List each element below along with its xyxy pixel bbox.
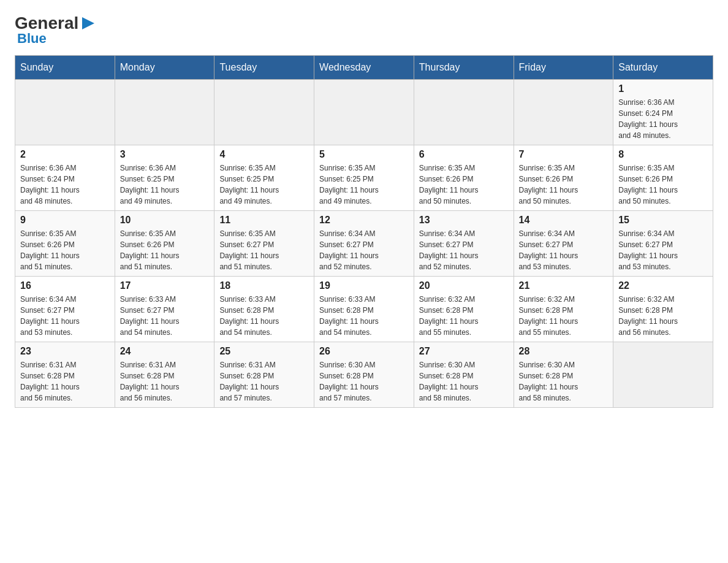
day-number: 6: [419, 149, 509, 160]
calendar-cell: 16Sunrise: 6:34 AMSunset: 6:27 PMDayligh…: [15, 277, 115, 342]
day-number: 9: [20, 215, 110, 226]
day-info: Sunrise: 6:31 AMSunset: 6:28 PMDaylight:…: [219, 359, 309, 404]
calendar-cell: 14Sunrise: 6:34 AMSunset: 6:27 PMDayligh…: [514, 211, 613, 277]
logo-blue-text: Blue: [17, 32, 47, 45]
day-info: Sunrise: 6:30 AMSunset: 6:28 PMDaylight:…: [419, 359, 509, 404]
day-info: Sunrise: 6:34 AMSunset: 6:27 PMDaylight:…: [319, 228, 409, 272]
day-number: 26: [319, 346, 409, 357]
calendar-cell: 24Sunrise: 6:31 AMSunset: 6:28 PMDayligh…: [115, 342, 214, 408]
calendar-cell: 5Sunrise: 6:35 AMSunset: 6:25 PMDaylight…: [314, 145, 414, 211]
week-row-2: 2Sunrise: 6:36 AMSunset: 6:24 PMDaylight…: [15, 145, 713, 211]
logo: General Blue: [15, 15, 97, 45]
day-info: Sunrise: 6:35 AMSunset: 6:26 PMDaylight:…: [618, 163, 708, 207]
day-number: 7: [519, 149, 609, 160]
calendar-cell: [15, 80, 115, 145]
calendar-cell: 10Sunrise: 6:35 AMSunset: 6:26 PMDayligh…: [115, 211, 214, 277]
header: General Blue: [15, 15, 713, 45]
day-number: 22: [618, 280, 708, 291]
logo-arrow-icon: [80, 15, 97, 32]
day-info: Sunrise: 6:35 AMSunset: 6:25 PMDaylight:…: [219, 163, 309, 207]
calendar-cell: 12Sunrise: 6:34 AMSunset: 6:27 PMDayligh…: [314, 211, 414, 277]
calendar-cell: 20Sunrise: 6:32 AMSunset: 6:28 PMDayligh…: [414, 277, 514, 342]
calendar-header-tuesday: Tuesday: [214, 56, 314, 80]
day-info: Sunrise: 6:35 AMSunset: 6:25 PMDaylight:…: [319, 163, 409, 207]
calendar-cell: 13Sunrise: 6:34 AMSunset: 6:27 PMDayligh…: [414, 211, 514, 277]
calendar-cell: 18Sunrise: 6:33 AMSunset: 6:28 PMDayligh…: [214, 277, 314, 342]
day-info: Sunrise: 6:34 AMSunset: 6:27 PMDaylight:…: [519, 228, 609, 272]
day-number: 14: [519, 215, 609, 226]
calendar-cell: 2Sunrise: 6:36 AMSunset: 6:24 PMDaylight…: [15, 145, 115, 211]
calendar-header-saturday: Saturday: [613, 56, 713, 80]
logo-general-text: General: [15, 15, 78, 32]
calendar-header-thursday: Thursday: [414, 56, 514, 80]
calendar-cell: 21Sunrise: 6:32 AMSunset: 6:28 PMDayligh…: [514, 277, 613, 342]
calendar-cell: 22Sunrise: 6:32 AMSunset: 6:28 PMDayligh…: [613, 277, 713, 342]
day-number: 20: [419, 280, 509, 291]
calendar-cell: [514, 80, 613, 145]
day-number: 27: [419, 346, 509, 357]
day-number: 11: [219, 215, 309, 226]
calendar-cell: 8Sunrise: 6:35 AMSunset: 6:26 PMDaylight…: [613, 145, 713, 211]
week-row-3: 9Sunrise: 6:35 AMSunset: 6:26 PMDaylight…: [15, 211, 713, 277]
day-number: 10: [120, 215, 210, 226]
calendar: SundayMondayTuesdayWednesdayThursdayFrid…: [15, 55, 713, 408]
calendar-cell: 15Sunrise: 6:34 AMSunset: 6:27 PMDayligh…: [613, 211, 713, 277]
calendar-cell: 23Sunrise: 6:31 AMSunset: 6:28 PMDayligh…: [15, 342, 115, 408]
day-number: 24: [120, 346, 210, 357]
day-number: 18: [219, 280, 309, 291]
day-info: Sunrise: 6:30 AMSunset: 6:28 PMDaylight:…: [519, 359, 609, 404]
day-info: Sunrise: 6:32 AMSunset: 6:28 PMDaylight:…: [618, 294, 708, 338]
day-number: 28: [519, 346, 609, 357]
calendar-header-sunday: Sunday: [15, 56, 115, 80]
calendar-cell: 11Sunrise: 6:35 AMSunset: 6:27 PMDayligh…: [214, 211, 314, 277]
calendar-header-friday: Friday: [514, 56, 613, 80]
day-number: 12: [319, 215, 409, 226]
day-info: Sunrise: 6:34 AMSunset: 6:27 PMDaylight:…: [618, 228, 708, 272]
calendar-cell: 9Sunrise: 6:35 AMSunset: 6:26 PMDaylight…: [15, 211, 115, 277]
calendar-cell: [613, 342, 713, 408]
calendar-cell: [314, 80, 414, 145]
day-number: 4: [219, 149, 309, 160]
day-info: Sunrise: 6:34 AMSunset: 6:27 PMDaylight:…: [419, 228, 509, 272]
day-number: 17: [120, 280, 210, 291]
day-info: Sunrise: 6:36 AMSunset: 6:24 PMDaylight:…: [20, 163, 110, 207]
day-info: Sunrise: 6:35 AMSunset: 6:27 PMDaylight:…: [219, 228, 309, 272]
day-info: Sunrise: 6:30 AMSunset: 6:28 PMDaylight:…: [319, 359, 409, 404]
calendar-cell: 7Sunrise: 6:35 AMSunset: 6:26 PMDaylight…: [514, 145, 613, 211]
calendar-cell: 25Sunrise: 6:31 AMSunset: 6:28 PMDayligh…: [214, 342, 314, 408]
day-info: Sunrise: 6:32 AMSunset: 6:28 PMDaylight:…: [519, 294, 609, 338]
day-number: 21: [519, 280, 609, 291]
week-row-5: 23Sunrise: 6:31 AMSunset: 6:28 PMDayligh…: [15, 342, 713, 408]
day-info: Sunrise: 6:32 AMSunset: 6:28 PMDaylight:…: [419, 294, 509, 338]
calendar-cell: 26Sunrise: 6:30 AMSunset: 6:28 PMDayligh…: [314, 342, 414, 408]
day-info: Sunrise: 6:31 AMSunset: 6:28 PMDaylight:…: [120, 359, 210, 404]
day-number: 8: [618, 149, 708, 160]
day-number: 3: [120, 149, 210, 160]
day-info: Sunrise: 6:33 AMSunset: 6:28 PMDaylight:…: [219, 294, 309, 338]
calendar-cell: 17Sunrise: 6:33 AMSunset: 6:27 PMDayligh…: [115, 277, 214, 342]
day-info: Sunrise: 6:36 AMSunset: 6:24 PMDaylight:…: [618, 97, 708, 141]
svg-marker-0: [82, 17, 94, 29]
calendar-cell: [214, 80, 314, 145]
calendar-cell: 19Sunrise: 6:33 AMSunset: 6:28 PMDayligh…: [314, 277, 414, 342]
day-number: 1: [618, 83, 708, 94]
day-info: Sunrise: 6:35 AMSunset: 6:26 PMDaylight:…: [120, 228, 210, 272]
day-number: 23: [20, 346, 110, 357]
day-info: Sunrise: 6:34 AMSunset: 6:27 PMDaylight:…: [20, 294, 110, 338]
calendar-header-wednesday: Wednesday: [314, 56, 414, 80]
day-info: Sunrise: 6:31 AMSunset: 6:28 PMDaylight:…: [20, 359, 110, 404]
day-number: 25: [219, 346, 309, 357]
calendar-cell: [115, 80, 214, 145]
day-number: 16: [20, 280, 110, 291]
day-number: 19: [319, 280, 409, 291]
day-info: Sunrise: 6:35 AMSunset: 6:26 PMDaylight:…: [20, 228, 110, 272]
calendar-cell: 6Sunrise: 6:35 AMSunset: 6:26 PMDaylight…: [414, 145, 514, 211]
day-number: 15: [618, 215, 708, 226]
calendar-header-row: SundayMondayTuesdayWednesdayThursdayFrid…: [15, 56, 713, 80]
calendar-cell: 3Sunrise: 6:36 AMSunset: 6:25 PMDaylight…: [115, 145, 214, 211]
day-info: Sunrise: 6:33 AMSunset: 6:27 PMDaylight:…: [120, 294, 210, 338]
calendar-cell: 28Sunrise: 6:30 AMSunset: 6:28 PMDayligh…: [514, 342, 613, 408]
day-number: 13: [419, 215, 509, 226]
day-info: Sunrise: 6:33 AMSunset: 6:28 PMDaylight:…: [319, 294, 409, 338]
week-row-1: 1Sunrise: 6:36 AMSunset: 6:24 PMDaylight…: [15, 80, 713, 145]
